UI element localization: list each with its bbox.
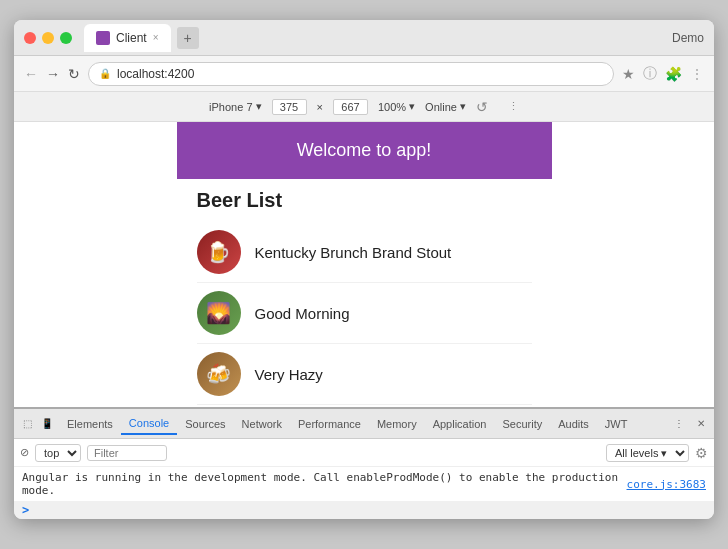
address-bar: ← → ↻ 🔒 localhost:4200 ★ ⓘ 🧩 ⋮ bbox=[14, 56, 714, 92]
tab-elements[interactable]: Elements bbox=[59, 414, 121, 434]
tab-security[interactable]: Security bbox=[494, 414, 550, 434]
address-bar-actions: ★ ⓘ 🧩 ⋮ bbox=[622, 65, 704, 83]
console-source-link[interactable]: core.js:3683 bbox=[627, 478, 706, 491]
beer-name: Kentucky Brunch Brand Stout bbox=[255, 244, 452, 261]
devtools-mobile-icon[interactable]: 📱 bbox=[39, 416, 55, 432]
close-button[interactable] bbox=[24, 32, 36, 44]
forward-button[interactable]: → bbox=[46, 66, 60, 82]
context-selector[interactable]: top bbox=[35, 444, 81, 462]
zoom-selector[interactable]: 100% ▾ bbox=[378, 100, 415, 113]
active-tab[interactable]: Client × bbox=[84, 24, 171, 52]
filter-input[interactable] bbox=[87, 445, 167, 461]
avatar: 🍻 bbox=[197, 352, 241, 396]
title-bar: Client × + Demo bbox=[14, 20, 714, 56]
tab-audits[interactable]: Audits bbox=[550, 414, 597, 434]
dimension-separator: × bbox=[317, 101, 323, 113]
tab-area: Client × + bbox=[84, 24, 672, 52]
tab-console[interactable]: Console bbox=[121, 413, 177, 435]
viewport: Welcome to app! Beer List 🍺 Kentucky Bru… bbox=[14, 122, 714, 407]
console-prompt[interactable]: > bbox=[14, 501, 714, 519]
beer-name: Good Morning bbox=[255, 305, 350, 322]
devtools-tab-icons: ⬚ 📱 bbox=[19, 416, 55, 432]
console-output-line: Angular is running in the development mo… bbox=[14, 467, 714, 501]
levels-selector[interactable]: All levels ▾ bbox=[606, 444, 689, 462]
traffic-lights bbox=[24, 32, 72, 44]
width-input[interactable]: 375 bbox=[272, 99, 307, 115]
welcome-banner: Welcome to app! bbox=[177, 122, 552, 179]
refresh-button[interactable]: ↻ bbox=[68, 66, 80, 82]
tab-memory[interactable]: Memory bbox=[369, 414, 425, 434]
avatar: 🌄 bbox=[197, 291, 241, 335]
device-selector[interactable]: iPhone 7 ▾ bbox=[209, 100, 261, 113]
height-input[interactable]: 667 bbox=[333, 99, 368, 115]
tab-title: Client bbox=[116, 31, 147, 45]
back-button[interactable]: ← bbox=[24, 66, 38, 82]
more-menu-icon[interactable]: ⋮ bbox=[690, 66, 704, 82]
devtools-tabs: ⬚ 📱 Elements Console Sources Network Per… bbox=[14, 409, 714, 439]
zoom-dropdown-icon: ▾ bbox=[409, 100, 415, 113]
rotate-icon[interactable]: ↺ bbox=[476, 99, 488, 115]
bookmark-icon[interactable]: ★ bbox=[622, 66, 635, 82]
zoom-level: 100% bbox=[378, 101, 406, 113]
lock-icon: 🔒 bbox=[99, 68, 111, 79]
info-icon[interactable]: ⓘ bbox=[643, 65, 657, 83]
tab-network[interactable]: Network bbox=[234, 414, 290, 434]
tab-favicon bbox=[96, 31, 110, 45]
toolbar-more-icon[interactable]: ⋮ bbox=[508, 100, 519, 113]
network-selector[interactable]: Online ▾ bbox=[425, 100, 466, 113]
app-content: Welcome to app! Beer List 🍺 Kentucky Bru… bbox=[177, 122, 552, 407]
console-settings-icon[interactable]: ⚙ bbox=[695, 445, 708, 461]
tab-performance[interactable]: Performance bbox=[290, 414, 369, 434]
no-errors-icon: ⊘ bbox=[20, 446, 29, 459]
list-item[interactable]: 🍺 Kentucky Brunch Brand Stout bbox=[197, 222, 532, 283]
new-tab-button[interactable]: + bbox=[177, 27, 199, 49]
extensions-icon: 🧩 bbox=[665, 66, 682, 82]
demo-label: Demo bbox=[672, 31, 704, 45]
minimize-button[interactable] bbox=[42, 32, 54, 44]
tab-close-button[interactable]: × bbox=[153, 32, 159, 43]
beer-list-section: Beer List 🍺 Kentucky Brunch Brand Stout … bbox=[177, 179, 552, 407]
browser-window: Client × + Demo ← → ↻ 🔒 localhost:4200 ★… bbox=[14, 20, 714, 519]
network-dropdown-icon: ▾ bbox=[460, 100, 466, 113]
beer-list-title: Beer List bbox=[197, 189, 532, 212]
tab-jwt[interactable]: JWT bbox=[597, 414, 636, 434]
url-bar[interactable]: 🔒 localhost:4200 bbox=[88, 62, 614, 86]
avatar: 🍺 bbox=[197, 230, 241, 274]
url-text: localhost:4200 bbox=[117, 67, 194, 81]
devtools-more-icon[interactable]: ⋮ bbox=[671, 416, 687, 432]
network-label: Online bbox=[425, 101, 457, 113]
device-toolbar: iPhone 7 ▾ 375 × 667 100% ▾ Online ▾ ↺ ⋮ bbox=[14, 92, 714, 122]
maximize-button[interactable] bbox=[60, 32, 72, 44]
device-dropdown-icon: ▾ bbox=[256, 100, 262, 113]
device-name: iPhone 7 bbox=[209, 101, 252, 113]
devtools-close-icon[interactable]: ✕ bbox=[693, 416, 709, 432]
beer-name: Very Hazy bbox=[255, 366, 323, 383]
console-message: Angular is running in the development mo… bbox=[22, 471, 627, 497]
devtools-panel: ⬚ 📱 Elements Console Sources Network Per… bbox=[14, 407, 714, 519]
tab-sources[interactable]: Sources bbox=[177, 414, 233, 434]
list-item[interactable]: 🌄 Good Morning bbox=[197, 283, 532, 344]
list-item[interactable]: 🍻 Very Hazy bbox=[197, 344, 532, 405]
devtools-right-controls: ⋮ ✕ bbox=[671, 416, 709, 432]
console-toolbar: ⊘ top All levels ▾ ⚙ bbox=[14, 439, 714, 467]
devtools-inspect-icon[interactable]: ⬚ bbox=[19, 416, 35, 432]
tab-application[interactable]: Application bbox=[425, 414, 495, 434]
